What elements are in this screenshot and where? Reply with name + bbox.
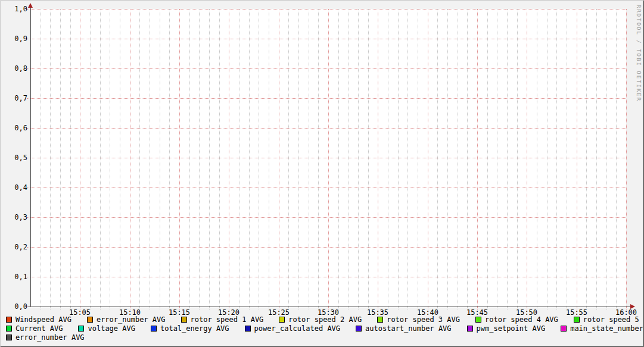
legend-item: rotor speed 3 AVG	[377, 315, 460, 324]
gridline-minor-v	[358, 9, 359, 307]
legend-row: Windspeed AVGerror_number AVGrotor speed…	[6, 315, 644, 324]
gridline-minor-v	[398, 9, 399, 307]
legend-item: power_calculated AVG	[245, 324, 341, 333]
x-tick-mark-minor	[100, 307, 101, 310]
legend-item-label: rotor speed 4 AVG	[485, 315, 558, 324]
legend-item-label: error_number AVG	[15, 333, 85, 342]
legend-item-label: pwm_setpoint AVG	[477, 324, 546, 333]
x-tick-mark-minor	[70, 307, 71, 310]
x-tick-mark-minor	[199, 307, 200, 310]
gridline-major-v	[477, 9, 478, 307]
x-tick-mark-minor	[348, 307, 349, 310]
legend-item: rotor speed 2 AVG	[279, 315, 362, 324]
x-tick-label: 15:45	[464, 308, 490, 317]
x-tick-mark-minor	[60, 307, 61, 310]
x-tick-mark-minor	[547, 307, 547, 310]
x-tick-label: 15:55	[564, 308, 590, 317]
x-tick-mark-minor	[338, 307, 339, 310]
legend-item: autostart_number AVG	[356, 324, 452, 333]
legend-item-label: rotor speed 1 AVG	[191, 315, 264, 324]
gridline-minor-v	[160, 9, 160, 307]
gridline-major-v	[279, 9, 279, 307]
legend-item-label: error_number AVG	[97, 315, 166, 324]
legend-item-label: main_state_number AVG	[570, 324, 644, 333]
legend-item-label: rotor speed 2 AVG	[288, 315, 362, 324]
x-tick-mark-minor	[447, 307, 448, 310]
legend-swatch	[561, 326, 567, 332]
x-tick-mark-minor	[407, 307, 408, 310]
x-tick-label: 15:35	[365, 308, 391, 317]
gridline-major-v	[179, 9, 180, 307]
gridline-minor-v	[50, 9, 51, 307]
rrd-graph-canvas: Windspeed AVGerror_number AVGrotor speed…	[0, 0, 644, 347]
legend-item: pwm_setpoint AVG	[467, 324, 546, 333]
x-tick-label: 15:15	[166, 308, 192, 317]
gridline-minor-v	[586, 9, 587, 307]
x-tick-mark-minor	[616, 307, 617, 310]
legend-swatch	[377, 317, 383, 323]
gridline-minor-v	[120, 9, 120, 307]
x-tick-mark-minor	[50, 307, 51, 310]
y-tick-label: 0,6	[6, 124, 27, 132]
plot-area	[30, 9, 626, 307]
gridline-minor-v	[616, 9, 617, 307]
legend-item: rotor speed 5 AVG	[574, 315, 644, 324]
x-tick-mark-minor	[120, 307, 120, 310]
gridline-minor-v	[507, 9, 508, 307]
gridline-minor-v	[150, 9, 150, 307]
legend-item: rotor speed 4 AVG	[475, 315, 558, 324]
x-tick-mark-minor	[388, 307, 388, 310]
x-axis-line	[27, 307, 630, 307]
y-tick-label: 0,7	[6, 94, 27, 102]
x-tick-label: 15:05	[67, 308, 93, 317]
x-tick-mark-minor	[556, 307, 557, 310]
gridline-major-v	[626, 9, 627, 307]
gridline-minor-v	[309, 9, 309, 307]
legend-swatch	[6, 317, 12, 323]
gridline-minor-v	[407, 9, 408, 307]
legend-swatch	[6, 326, 12, 332]
legend-row: error_number AVG	[6, 333, 644, 342]
x-tick-mark-minor	[567, 307, 567, 310]
legend-item: rotor speed 1 AVG	[181, 315, 264, 324]
x-tick-label: 15:50	[514, 308, 540, 317]
x-tick-mark-minor	[507, 307, 508, 310]
legend-item-label: rotor speed 3 AVG	[387, 315, 460, 324]
gridline-minor-v	[556, 9, 557, 307]
x-tick-mark-minor	[249, 307, 250, 310]
x-tick-mark-minor	[219, 307, 220, 310]
x-tick-mark-minor	[259, 307, 259, 310]
gridline-minor-v	[338, 9, 339, 307]
legend-item-label: autostart_number AVG	[365, 324, 452, 333]
x-tick-mark-minor	[398, 307, 399, 310]
legend-row: Current AVGvoltage AVGtotal_energy AVGpo…	[6, 324, 644, 333]
x-tick-mark-minor	[606, 307, 607, 310]
x-tick-label: 15:25	[266, 308, 292, 317]
legend-swatch	[181, 317, 187, 323]
gridline-major-v	[130, 9, 130, 307]
legend-item-label: voltage AVG	[88, 324, 135, 333]
gridline-major-v	[577, 9, 577, 307]
x-tick-label: 15:10	[117, 308, 143, 317]
x-tick-mark-minor	[209, 307, 210, 310]
x-tick-mark-minor	[318, 307, 319, 310]
legend-item: voltage AVG	[78, 324, 135, 333]
x-tick-mark-minor	[90, 307, 91, 310]
gridline-minor-v	[199, 9, 200, 307]
gridline-minor-v	[517, 9, 518, 307]
x-tick-mark-minor	[596, 307, 597, 310]
y-tick-label: 0,5	[6, 154, 27, 162]
x-tick-label: 15:20	[216, 308, 242, 317]
gridline-minor-v	[100, 9, 101, 307]
gridline-minor-v	[596, 9, 597, 307]
x-tick-mark-minor	[288, 307, 289, 310]
watermark: RRDTOOL / TOBI OETIKER	[636, 5, 642, 102]
gridline-minor-v	[41, 9, 41, 307]
y-tick-label: 0,0	[6, 302, 27, 311]
x-tick-mark-minor	[139, 307, 140, 310]
x-tick-mark-minor	[110, 307, 110, 310]
x-tick-mark-minor	[160, 307, 160, 310]
x-tick-mark-minor	[368, 307, 369, 310]
y-tick-label: 0,4	[6, 183, 27, 192]
gridline-major-v	[428, 9, 428, 307]
